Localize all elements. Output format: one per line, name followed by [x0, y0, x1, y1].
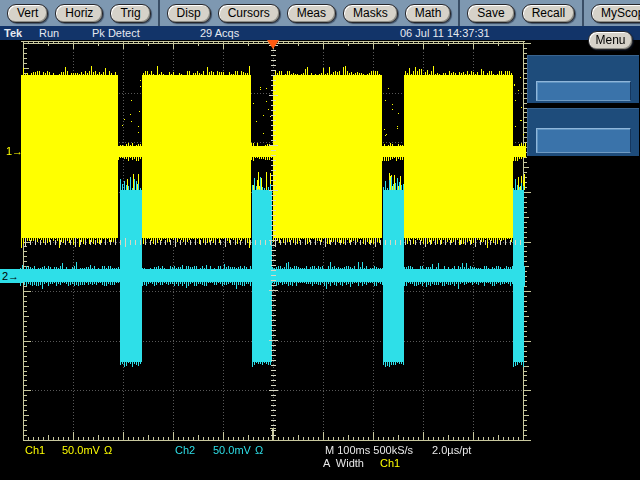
ch2-coupling-readout: Ω: [255, 444, 263, 456]
ch2-readout-label[interactable]: Ch2: [175, 444, 195, 456]
toolbar-button-cursors[interactable]: Cursors: [218, 4, 280, 23]
timebase-readout: M 100ms 500kS/s: [325, 444, 413, 456]
menu-button[interactable]: Menu: [588, 31, 633, 50]
ch1-scale-readout: 50.0mV: [62, 444, 100, 456]
top-toolbar: VertHorizTrigDispCursorsMeasMasksMathSav…: [0, 0, 640, 27]
toolbar-button-trig[interactable]: Trig: [110, 4, 150, 23]
side-menu-panel-2: [527, 108, 639, 156]
ch1-position-marker[interactable]: 1→: [6, 145, 23, 158]
toolbar-button-vert[interactable]: Vert: [7, 4, 48, 23]
toolbar-button-math[interactable]: Math: [405, 4, 452, 23]
trigger-source-readout: Ch1: [380, 457, 400, 469]
ch2-scale-readout: 50.0mV: [213, 444, 251, 456]
toolbar-button-save[interactable]: Save: [467, 4, 514, 23]
ch2-position-marker[interactable]: 2→: [0, 269, 23, 283]
side-menu-panel-1: [527, 55, 639, 103]
ch1-readout-label[interactable]: Ch1: [25, 444, 45, 456]
toolbar-group-4: MyScopeHelp: [582, 0, 640, 26]
run-state: Run: [39, 27, 59, 39]
tek-logo: Tek: [4, 27, 22, 39]
waveform-display[interactable]: [0, 40, 640, 480]
toolbar-button-myscope[interactable]: MyScope: [591, 4, 640, 23]
oscilloscope-screen: VertHorizTrigDispCursorsMeasMasksMathSav…: [0, 0, 640, 480]
acquisition-count: 29 Acqs: [200, 27, 239, 39]
toolbar-button-disp[interactable]: Disp: [167, 4, 211, 23]
toolbar-group-1: VertHorizTrig: [0, 0, 158, 26]
ch1-coupling-readout: Ω: [104, 444, 112, 456]
status-bar: Tek Run Pk Detect 29 Acqs 06 Jul 11 14:3…: [0, 26, 640, 40]
side-menu-button-2[interactable]: [536, 128, 631, 153]
toolbar-group-3: SaveRecall: [458, 0, 582, 26]
toolbar-button-masks[interactable]: Masks: [343, 4, 398, 23]
resolution-readout: 2.0µs/pt: [432, 444, 471, 456]
toolbar-button-recall[interactable]: Recall: [522, 4, 575, 23]
toolbar-group-2: DispCursorsMeasMasksMath: [158, 0, 459, 26]
datetime: 06 Jul 11 14:37:31: [400, 27, 490, 39]
toolbar-button-horiz[interactable]: Horiz: [55, 4, 103, 23]
trigger-type-readout: A Width: [323, 457, 364, 469]
side-menu-button-1[interactable]: [536, 81, 631, 101]
toolbar-button-meas[interactable]: Meas: [287, 4, 336, 23]
acquisition-mode: Pk Detect: [92, 27, 140, 39]
